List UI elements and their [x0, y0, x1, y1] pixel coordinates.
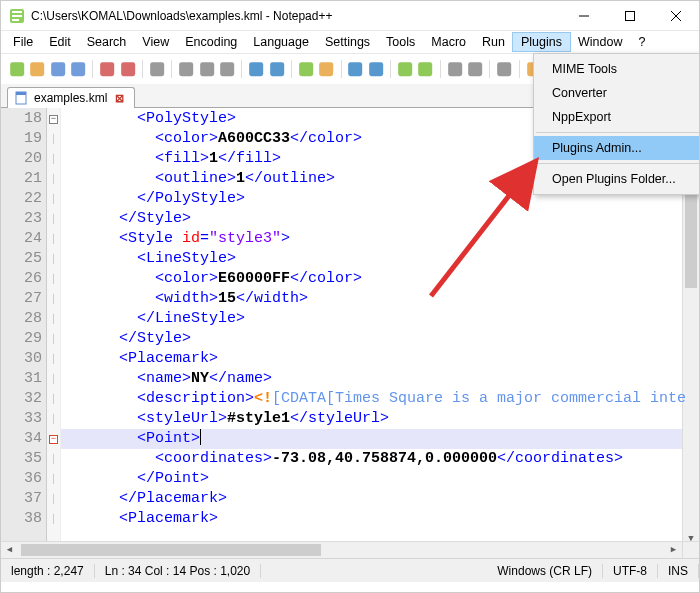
- code-line[interactable]: <Style id="style3">: [65, 229, 699, 249]
- plugins-menu-converter[interactable]: Converter: [534, 81, 700, 105]
- code-line[interactable]: <name>NY</name>: [65, 369, 699, 389]
- menu-search[interactable]: Search: [79, 33, 135, 51]
- fold-slot[interactable]: │: [47, 149, 60, 169]
- code-line[interactable]: <description><![CDATA[Times Square is a …: [65, 389, 699, 409]
- fold-slot[interactable]: │: [47, 469, 60, 489]
- code-line[interactable]: </Placemark>: [65, 489, 699, 509]
- replace-icon[interactable]: [318, 60, 334, 78]
- zoom-in-icon[interactable]: [347, 60, 363, 78]
- code-line[interactable]: <LineStyle>: [65, 249, 699, 269]
- status-eol[interactable]: Windows (CR LF): [487, 564, 603, 578]
- menu-[interactable]: ?: [630, 33, 653, 51]
- sync-v-icon[interactable]: [397, 60, 413, 78]
- svg-rect-19: [270, 62, 284, 76]
- save-all-icon[interactable]: [70, 60, 86, 78]
- close-button[interactable]: [653, 1, 699, 30]
- close-icon[interactable]: [99, 60, 115, 78]
- tab-examples-kml[interactable]: examples.kml ⊠: [7, 87, 135, 108]
- new-file-icon[interactable]: [9, 60, 25, 78]
- fold-minus-icon[interactable]: −: [49, 435, 58, 444]
- svg-rect-27: [468, 62, 482, 76]
- fold-slot[interactable]: │: [47, 349, 60, 369]
- status-encoding[interactable]: UTF-8: [603, 564, 658, 578]
- maximize-button[interactable]: [607, 1, 653, 30]
- menu-file[interactable]: File: [5, 33, 41, 51]
- fold-slot[interactable]: │: [47, 509, 60, 529]
- close-all-icon[interactable]: [120, 60, 136, 78]
- fold-slot[interactable]: │: [47, 229, 60, 249]
- plugins-menu-mime-tools[interactable]: MIME Tools: [534, 57, 700, 81]
- svg-rect-11: [71, 62, 85, 76]
- fold-slot[interactable]: │: [47, 289, 60, 309]
- fold-slot[interactable]: │: [47, 129, 60, 149]
- code-line[interactable]: </Style>: [65, 209, 699, 229]
- menu-edit[interactable]: Edit: [41, 33, 79, 51]
- status-ins[interactable]: INS: [658, 564, 699, 578]
- scroll-left-icon[interactable]: ◀: [1, 542, 18, 558]
- copy-icon[interactable]: [199, 60, 215, 78]
- svg-rect-24: [398, 62, 412, 76]
- code-line[interactable]: </Point>: [65, 469, 699, 489]
- cut-icon[interactable]: [178, 60, 194, 78]
- menu-view[interactable]: View: [134, 33, 177, 51]
- line-number: 34: [1, 429, 42, 449]
- scroll-right-icon[interactable]: ▶: [665, 542, 682, 558]
- code-line[interactable]: <styleUrl>#style1</styleUrl>: [65, 409, 699, 429]
- find-icon[interactable]: [298, 60, 314, 78]
- chars-icon[interactable]: [467, 60, 483, 78]
- plugins-menu-open-plugins-folder[interactable]: Open Plugins Folder...: [534, 167, 700, 191]
- menu-settings[interactable]: Settings: [317, 33, 378, 51]
- fold-slot[interactable]: −: [47, 429, 60, 449]
- save-icon[interactable]: [50, 60, 66, 78]
- svg-rect-1: [12, 11, 22, 13]
- horizontal-scrollbar[interactable]: ◀ ▶: [1, 541, 682, 558]
- code-line[interactable]: <coordinates>-73.08,40.758874,0.000000</…: [65, 449, 699, 469]
- hscroll-thumb[interactable]: [21, 544, 321, 556]
- svg-rect-8: [10, 62, 24, 76]
- fold-minus-icon[interactable]: −: [49, 115, 58, 124]
- paste-icon[interactable]: [219, 60, 235, 78]
- menu-macro[interactable]: Macro: [423, 33, 474, 51]
- fold-slot[interactable]: │: [47, 169, 60, 189]
- fold-slot[interactable]: │: [47, 489, 60, 509]
- open-file-icon[interactable]: [29, 60, 45, 78]
- fold-slot[interactable]: │: [47, 269, 60, 289]
- code-line[interactable]: <color>E60000FF</color>: [65, 269, 699, 289]
- fold-slot[interactable]: │: [47, 449, 60, 469]
- menu-encoding[interactable]: Encoding: [177, 33, 245, 51]
- fold-slot[interactable]: │: [47, 329, 60, 349]
- fold-slot[interactable]: │: [47, 369, 60, 389]
- code-line[interactable]: </Style>: [65, 329, 699, 349]
- svg-rect-9: [31, 62, 45, 76]
- menu-language[interactable]: Language: [245, 33, 317, 51]
- fold-slot[interactable]: −: [47, 109, 60, 129]
- wrap-icon[interactable]: [447, 60, 463, 78]
- line-number: 31: [1, 369, 42, 389]
- fold-slot[interactable]: │: [47, 389, 60, 409]
- menu-window[interactable]: Window: [570, 33, 630, 51]
- tab-close-icon[interactable]: ⊠: [113, 92, 126, 105]
- menu-tools[interactable]: Tools: [378, 33, 423, 51]
- fold-slot[interactable]: │: [47, 189, 60, 209]
- fold-slot[interactable]: │: [47, 409, 60, 429]
- code-line[interactable]: </LineStyle>: [65, 309, 699, 329]
- code-line[interactable]: <Placemark>: [65, 349, 699, 369]
- print-icon[interactable]: [149, 60, 165, 78]
- code-line[interactable]: <width>15</width>: [65, 289, 699, 309]
- redo-icon[interactable]: [269, 60, 285, 78]
- plugins-menu-nppexport[interactable]: NppExport: [534, 105, 700, 129]
- minimize-button[interactable]: [561, 1, 607, 30]
- undo-icon[interactable]: [248, 60, 264, 78]
- fold-slot[interactable]: │: [47, 249, 60, 269]
- fold-slot[interactable]: │: [47, 309, 60, 329]
- zoom-out-icon[interactable]: [368, 60, 384, 78]
- menu-run[interactable]: Run: [474, 33, 513, 51]
- fold-gutter[interactable]: −│││││││││││││││−││││: [47, 108, 61, 558]
- menu-plugins[interactable]: Plugins: [513, 33, 570, 51]
- indent-icon[interactable]: [496, 60, 512, 78]
- sync-h-icon[interactable]: [417, 60, 433, 78]
- menu-separator: [536, 132, 700, 133]
- plugins-menu-plugins-admin[interactable]: Plugins Admin...: [534, 136, 700, 160]
- fold-slot[interactable]: │: [47, 209, 60, 229]
- code-line[interactable]: <Placemark>: [65, 509, 699, 529]
